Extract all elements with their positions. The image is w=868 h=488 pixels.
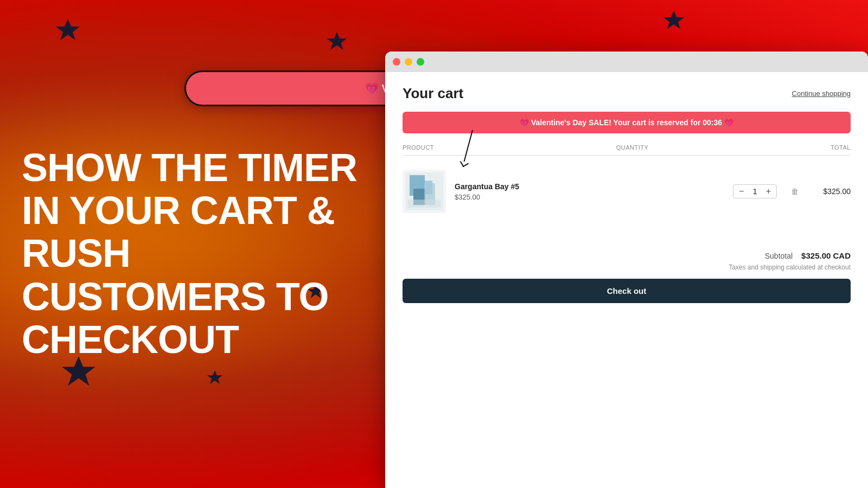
star-2 bbox=[326, 30, 348, 53]
cart-timer-banner: 💗 Valentine's Day SALE! Your cart is res… bbox=[403, 112, 851, 133]
product-image bbox=[403, 170, 446, 213]
svg-marker-0 bbox=[56, 19, 80, 40]
continue-shopping-link[interactable]: Continue shopping bbox=[792, 89, 851, 98]
col-total-label: TOTAL bbox=[831, 144, 851, 151]
star-3 bbox=[662, 8, 686, 32]
quantity-controls: − 1 + bbox=[733, 184, 777, 198]
svg-marker-2 bbox=[663, 10, 685, 29]
subtotal-value: $325.00 CAD bbox=[801, 251, 851, 260]
checkout-button[interactable]: Check out bbox=[403, 279, 851, 303]
traffic-light-red bbox=[393, 58, 400, 66]
subtotal-row: Subtotal $325.00 CAD bbox=[403, 251, 851, 260]
col-product-label: PRODUCT bbox=[403, 144, 434, 151]
cart-columns: PRODUCT QUANTITY TOTAL bbox=[403, 144, 851, 156]
quantity-decrease-button[interactable]: − bbox=[738, 187, 745, 196]
product-info: Gargantua Bay #5 $325.00 bbox=[455, 182, 724, 201]
quantity-value: 1 bbox=[750, 187, 761, 196]
svg-marker-1 bbox=[327, 32, 347, 50]
star-1 bbox=[54, 16, 81, 43]
traffic-light-green bbox=[417, 58, 424, 66]
table-row: Gargantua Bay #5 $325.00 − 1 + 🗑 $325.00 bbox=[403, 164, 851, 219]
item-total: $325.00 bbox=[807, 187, 851, 196]
cart-header: Your cart Continue shopping bbox=[403, 85, 851, 102]
browser-content: Your cart Continue shopping 💗 Valentine'… bbox=[385, 72, 868, 488]
product-name: Gargantua Bay #5 bbox=[455, 182, 724, 191]
quantity-increase-button[interactable]: + bbox=[765, 187, 772, 196]
cart-title: Your cart bbox=[403, 85, 463, 102]
svg-rect-13 bbox=[408, 200, 441, 208]
delete-item-icon[interactable]: 🗑 bbox=[791, 187, 799, 196]
subtotal-label: Subtotal bbox=[765, 252, 793, 260]
browser-window: Your cart Continue shopping 💗 Valentine'… bbox=[385, 52, 868, 488]
col-quantity-label: QUANTITY bbox=[616, 144, 649, 151]
svg-marker-5 bbox=[207, 370, 222, 384]
star-6 bbox=[206, 369, 224, 386]
browser-titlebar bbox=[385, 52, 868, 72]
cart-page: Your cart Continue shopping 💗 Valentine'… bbox=[385, 72, 868, 488]
hero-text: SHOW THE TIMER IN YOUR CART & RUSH CUSTO… bbox=[22, 146, 374, 361]
traffic-light-yellow bbox=[405, 58, 412, 66]
product-price: $325.00 bbox=[455, 193, 724, 201]
cart-footer-spacer: Subtotal $325.00 CAD Taxes and shipping … bbox=[403, 251, 851, 303]
tax-note: Taxes and shipping calculated at checkou… bbox=[403, 264, 851, 271]
